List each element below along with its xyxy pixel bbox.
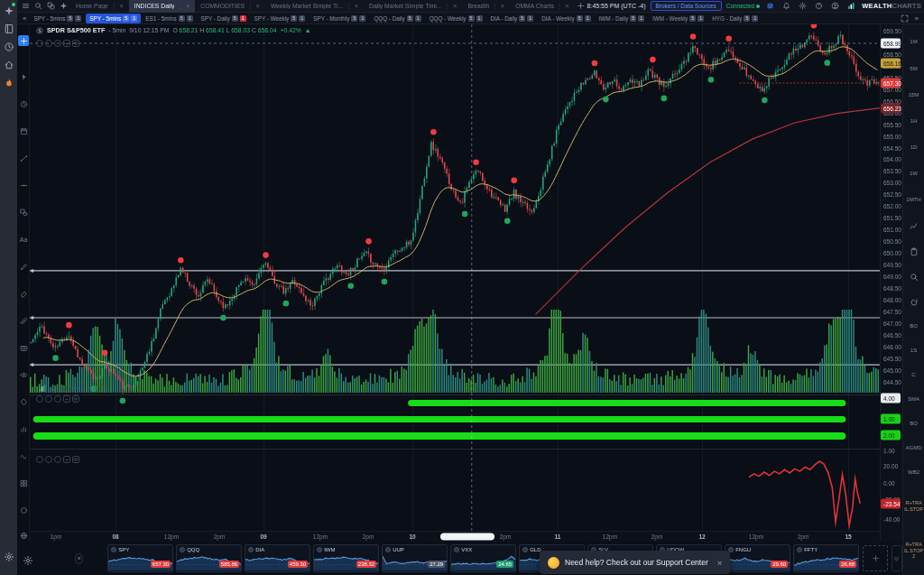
pane-visibility-eye-icon[interactable] (72, 40, 79, 47)
settings-gear-icon[interactable] (797, 1, 808, 12)
indicators-tool-icon[interactable] (18, 423, 29, 434)
ellipse-tool-icon[interactable] (18, 505, 29, 515)
hide-drawings-tool-icon[interactable] (18, 369, 29, 380)
symbol-tab[interactable]: IWM - Daily51 (596, 14, 649, 23)
mini-chart-card[interactable]: VXX24.65 (450, 544, 516, 572)
pane-visibility-eye-icon[interactable] (72, 456, 79, 463)
pane-visibility-eye-icon[interactable] (72, 395, 79, 403)
text-tool-icon[interactable]: Aa (18, 234, 29, 245)
cursor-tool-icon[interactable] (18, 71, 29, 82)
rail-button-sma[interactable]: SMA (903, 396, 924, 403)
pane-button[interactable] (54, 395, 61, 403)
rail-button-1m[interactable]: 1M (903, 39, 924, 45)
home-icon[interactable] (4, 58, 14, 69)
minibar-more-button[interactable] (892, 545, 902, 571)
tab-close-icon[interactable]: × (355, 2, 358, 10)
rail-button-1s[interactable]: 1S (903, 348, 924, 354)
pane-add-icon[interactable]: + (63, 456, 70, 463)
rail-button-15m[interactable]: 15M (903, 92, 924, 98)
symbol-tab[interactable]: ES1 - 5mins51 (142, 14, 196, 23)
mini-chart-card[interactable]: SPY657.30 (107, 544, 173, 572)
tab-menu-icon[interactable]: ⋮ (111, 3, 117, 10)
rail-button-wb2[interactable]: WB2 (903, 469, 924, 476)
rail-button-1mth[interactable]: 1MTH (903, 197, 924, 203)
workspace-tab[interactable]: Breadth⋮× (462, 0, 510, 13)
mini-chart-card[interactable]: DIA459.30 (245, 544, 310, 572)
symbol-tab[interactable]: DIA - Weekly51 (538, 14, 594, 23)
mini-chart-card[interactable]: FNGU29.60 (725, 544, 790, 572)
pane-button[interactable] (36, 395, 43, 403)
add-workspace-tab-button[interactable] (575, 1, 587, 12)
rail-button-1w[interactable]: 1W (903, 171, 924, 177)
tab-close-icon[interactable]: × (565, 2, 568, 10)
user-avatar[interactable] (829, 1, 841, 12)
search-icon[interactable] (32, 1, 44, 12)
pane-button[interactable] (36, 456, 43, 463)
workspace-tab[interactable]: OMMA Charts⋮× (510, 0, 573, 13)
mini-chart-card[interactable]: QQQ585.86 (176, 544, 242, 572)
history-icon[interactable] (4, 40, 14, 51)
wave-tool-icon[interactable] (18, 450, 29, 461)
ai-assistant-icon[interactable] (4, 4, 14, 14)
layouts-icon[interactable] (45, 1, 57, 12)
refresh-icon[interactable] (903, 298, 924, 309)
pane-button[interactable] (45, 395, 52, 403)
ai-tools-icon[interactable] (58, 1, 69, 12)
workspace-tab[interactable]: COMMODITIES⋮× (195, 0, 265, 13)
notifications-bell-icon[interactable] (781, 1, 792, 12)
minibar-settings-gear-icon[interactable] (23, 553, 33, 564)
workspace-tab[interactable]: Weekly Market Simple Ti...⋮× (265, 0, 364, 13)
rail-button-5m[interactable]: 5M (903, 66, 924, 72)
zigzag-icon[interactable] (903, 222, 924, 233)
workspace-tab[interactable]: Home Page⋮× (70, 0, 129, 13)
symbol-tab[interactable]: QQQ - Weekly51 (426, 14, 486, 23)
rail-button-r-tra-il-stop-2[interactable]: R+TRA IL.STOP 2 (903, 542, 924, 560)
pane-button[interactable] (54, 456, 61, 463)
tab-menu-icon[interactable]: ⋮ (557, 3, 563, 10)
minibar-collapse-button[interactable]: « (75, 553, 83, 564)
symbol-tab[interactable]: SPY - 5mins51 (86, 14, 141, 23)
symbol-tab[interactable]: SPY - Weekly51 (251, 14, 310, 23)
tab-menu-icon[interactable]: ⋮ (177, 3, 183, 10)
pane-button[interactable] (54, 40, 61, 47)
eraser-tool-icon[interactable] (18, 288, 29, 299)
rail-button-c[interactable]: C (903, 372, 924, 378)
rail-button-1h[interactable]: 1H (903, 118, 924, 125)
tab-menu-icon[interactable]: ⋮ (492, 3, 498, 10)
mini-chart-card[interactable]: UUP27.29 (382, 544, 448, 572)
collapse-symbol-tabs-button[interactable]: « (20, 14, 29, 23)
tab-menu-icon[interactable]: ⋮ (247, 3, 254, 10)
themes-tool-icon[interactable] (18, 530, 29, 541)
tab-close-icon[interactable]: × (453, 2, 457, 10)
symbol-tab[interactable]: SPY - Daily51 (198, 14, 250, 23)
workspace-tab[interactable]: INDICES Daily⋮× (129, 0, 195, 13)
rail-button-agmd[interactable]: AGMD (903, 445, 924, 451)
symbol-tab[interactable]: SPY - Monthly51 (310, 14, 369, 23)
tab-menu-icon[interactable]: ⋮ (445, 3, 451, 10)
workspace-tab[interactable]: Daily Market Simple Timi...⋮× (364, 0, 462, 13)
snapshot-tool-icon[interactable] (18, 342, 29, 353)
symbol-tab[interactable]: IWM - Weekly51 (649, 14, 707, 23)
fullscreen-icon[interactable] (899, 13, 910, 23)
symbol-tab[interactable]: DIA - Daily51 (487, 14, 538, 23)
shapes-tool-icon[interactable] (18, 207, 29, 218)
horizontal-line-tool-icon[interactable] (18, 180, 29, 190)
tab-close-icon[interactable]: × (186, 2, 189, 10)
tab-close-icon[interactable]: × (501, 2, 504, 10)
symbol-tab[interactable]: SPY - 5mins51 (30, 14, 85, 23)
tab-close-icon[interactable]: × (255, 2, 259, 10)
measure-tool-icon[interactable] (18, 315, 29, 326)
pane-button[interactable] (36, 40, 43, 47)
journal-icon[interactable] (4, 22, 14, 32)
rail-button-1d[interactable]: 1D (903, 144, 924, 151)
search-icon[interactable] (903, 273, 924, 283)
rail-button-bo[interactable]: BO (903, 323, 924, 329)
menu-icon[interactable] (20, 1, 32, 12)
tooltip-close-icon[interactable]: × (717, 558, 723, 568)
mini-chart-card[interactable]: FFTY26.68 (793, 544, 859, 572)
grid-tool-icon[interactable] (18, 478, 29, 488)
rail-button-r-tra-il-stop[interactable]: R+TRA IL.STOP (903, 500, 924, 512)
main-chart-canvas[interactable] (30, 24, 902, 542)
bar-replay-tool-icon[interactable] (18, 98, 29, 109)
mini-chart-card[interactable]: IWM238.32 (313, 544, 379, 572)
